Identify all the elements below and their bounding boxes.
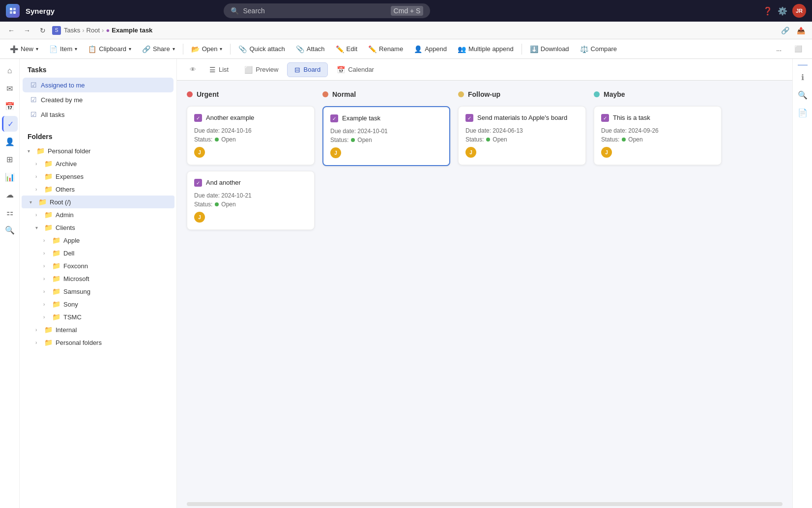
tab-board[interactable]: ⊟ Board <box>287 62 328 77</box>
list-tab-label: List <box>219 66 229 73</box>
tab-preview[interactable]: ⬜ Preview <box>237 63 285 77</box>
item-button[interactable]: 📄 Item ▾ <box>44 43 82 56</box>
search-placeholder: Search <box>243 7 264 15</box>
breadcrumb-tasks[interactable]: Tasks <box>64 27 80 34</box>
compare-button[interactable]: ⚖️ Compare <box>575 43 622 56</box>
card-checkbox-andanother[interactable]: ✓ <box>194 179 202 187</box>
folder-internal[interactable]: › 📁 Internal <box>20 323 176 336</box>
card-due-example: Due date: 2024-10-01 <box>330 128 442 135</box>
folder-sony[interactable]: › 📁 Sony <box>20 298 176 310</box>
rename-button[interactable]: ✏️ Rename <box>363 43 408 56</box>
share-nav-icon[interactable]: 📤 <box>794 24 807 37</box>
chevron-archive: › <box>35 161 41 167</box>
board-scrollbar[interactable] <box>187 502 783 506</box>
column-maybe: Maybe ✓ This is a task Due date: 2024-09… <box>594 90 722 490</box>
more-button[interactable]: ... <box>771 43 786 55</box>
sidebar-mail-icon[interactable]: ✉ <box>2 81 18 96</box>
forward-button[interactable]: → <box>21 24 33 37</box>
folder-personal-folders[interactable]: › 📁 Personal folders <box>20 336 176 349</box>
compare-label: Compare <box>591 45 617 53</box>
folder-label-foxconn: Foxconn <box>63 262 88 270</box>
folder-others[interactable]: › 📁 Others <box>20 183 176 196</box>
card-this-is-task[interactable]: ✓ This is a task Due date: 2024-09-26 St… <box>594 106 722 165</box>
rename-icon: ✏️ <box>368 45 377 53</box>
sidebar-cloud-icon[interactable]: ☁ <box>2 187 18 202</box>
folder-personal[interactable]: ▾ 📁 Personal folder <box>20 144 176 157</box>
folder-icon-apple: 📁 <box>52 236 60 244</box>
list-tab-icon: ☰ <box>209 66 216 74</box>
folder-samsung[interactable]: › 📁 Samsung <box>20 285 176 298</box>
folder-label-apple: Apple <box>63 237 80 244</box>
quick-attach-button[interactable]: 📎 Quick attach <box>233 43 290 56</box>
tab-calendar[interactable]: 📅 Calendar <box>330 63 381 77</box>
open-button[interactable]: 📂 Open ▾ <box>186 43 228 56</box>
link-icon[interactable]: 🔗 <box>779 24 791 37</box>
breadcrumb-root[interactable]: Root <box>87 27 100 34</box>
sidebar-home-icon[interactable]: ⌂ <box>2 63 18 79</box>
clipboard-label: Clipboard <box>99 45 126 53</box>
share-button[interactable]: 🔗 Share ▾ <box>137 43 180 56</box>
watch-tab-button[interactable]: 👁 <box>185 62 201 78</box>
preview-tab-label: Preview <box>256 66 278 73</box>
folder-tsmc[interactable]: › 📁 TSMC <box>20 310 176 323</box>
card-checkbox-example[interactable]: ✓ <box>330 114 338 122</box>
sidebar-item-all[interactable]: ☑ All tasks <box>23 107 174 122</box>
avatar[interactable]: JR <box>792 4 806 18</box>
folder-archive[interactable]: › 📁 Archive <box>20 157 176 170</box>
folder-icon-sony: 📁 <box>52 300 60 308</box>
card-status-andanother: Status: Open <box>194 201 307 208</box>
right-info-button[interactable]: ℹ <box>795 69 811 85</box>
right-doc-button[interactable]: 📄 <box>795 105 811 120</box>
panel-toggle-button[interactable]: ⬜ <box>789 43 807 55</box>
maybe-label: Maybe <box>604 90 625 98</box>
folder-foxconn[interactable]: › 📁 Foxconn <box>20 259 176 272</box>
multiple-append-icon: 👥 <box>458 45 466 53</box>
edit-button[interactable]: ✏️ Edit <box>331 43 362 56</box>
sidebar-item-created[interactable]: ☑ Created by me <box>23 92 174 107</box>
back-button[interactable]: ← <box>5 24 18 37</box>
sidebar-tasks-icon[interactable]: ✓ <box>2 116 18 132</box>
download-button[interactable]: ⬇️ Download <box>525 43 574 56</box>
new-button[interactable]: ➕ New ▾ <box>5 43 43 56</box>
right-search-button[interactable]: 🔍 <box>795 87 811 103</box>
folder-admin[interactable]: › 📁 Admin <box>20 208 176 221</box>
sidebar-apps-icon[interactable]: ⚏ <box>2 204 18 220</box>
folder-icon-microsoft: 📁 <box>52 275 60 282</box>
folder-expenses[interactable]: › 📁 Expenses <box>20 170 176 183</box>
sidebar-search-icon[interactable]: 🔍 <box>2 222 18 238</box>
search-bar[interactable]: 🔍 Search Cmd + S <box>224 3 430 18</box>
item-label: Item <box>60 45 72 53</box>
folder-root[interactable]: ▾ 📁 Root (/) <box>22 196 174 208</box>
download-icon: ⬇️ <box>530 45 538 53</box>
chevron-apple: › <box>43 238 49 243</box>
card-checkbox-another[interactable]: ✓ <box>194 114 202 122</box>
folder-microsoft[interactable]: › 📁 Microsoft <box>20 272 176 285</box>
card-another-example[interactable]: ✓ Another example Due date: 2024-10-16 S… <box>187 106 315 165</box>
folder-clients[interactable]: ▾ 📁 Clients <box>20 221 176 234</box>
compare-icon: ⚖️ <box>580 45 588 53</box>
multiple-append-button[interactable]: 👥 Multiple append <box>453 43 519 56</box>
refresh-button[interactable]: ↻ <box>36 24 49 37</box>
sidebar-item-assigned[interactable]: ☑ Assigned to me <box>23 78 174 92</box>
chevron-microsoft: › <box>43 276 49 282</box>
folder-dell[interactable]: › 📁 Dell <box>20 247 176 259</box>
folder-apple[interactable]: › 📁 Apple <box>20 234 176 247</box>
settings-icon[interactable]: ⚙️ <box>778 6 787 16</box>
sidebar-chart-icon[interactable]: 📊 <box>2 169 18 185</box>
card-due-andanother: Due date: 2024-10-21 <box>194 192 307 199</box>
help-icon[interactable]: ❓ <box>763 6 773 16</box>
card-example-task[interactable]: ✓ Example task Due date: 2024-10-01 Stat… <box>322 106 450 166</box>
clipboard-button[interactable]: 📋 Clipboard ▾ <box>83 43 136 56</box>
sidebar-contacts-icon[interactable]: 👤 <box>2 134 18 149</box>
tab-list[interactable]: ☰ List <box>203 63 235 77</box>
svg-rect-0 <box>10 8 12 10</box>
attach-button[interactable]: 📎 Attach <box>291 43 330 56</box>
card-checkbox-this[interactable]: ✓ <box>601 114 609 122</box>
more-label: ... <box>776 45 782 53</box>
sidebar-grid-icon[interactable]: ⊞ <box>2 151 18 167</box>
sidebar-calendar-icon[interactable]: 📅 <box>2 98 18 114</box>
append-button[interactable]: 👤 Append <box>409 43 452 56</box>
card-and-another[interactable]: ✓ And another Due date: 2024-10-21 Statu… <box>187 171 315 230</box>
card-checkbox-send[interactable]: ✓ <box>465 114 473 122</box>
card-send-materials[interactable]: ✓ Send materials to Apple's board Due da… <box>458 106 586 165</box>
